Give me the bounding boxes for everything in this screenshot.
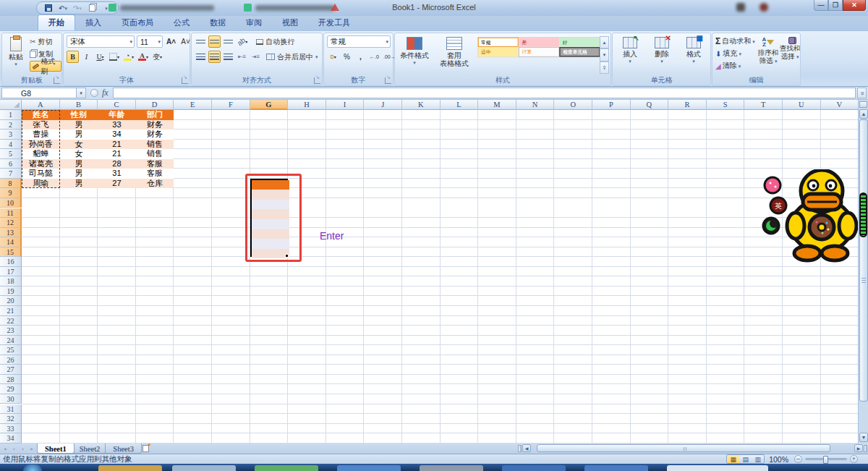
cell-style-option[interactable]: 检查单元格 [559,47,600,56]
align-top-button[interactable] [195,35,207,48]
gallery-scroll-down[interactable]: ▼ [600,48,609,61]
taskbar-item[interactable] [172,465,236,471]
formula-input[interactable] [113,88,856,98]
cell-style-option[interactable]: 适中 [478,47,519,56]
delete-cells-button[interactable]: ✕ 删除▾ [647,35,676,75]
grow-font-button[interactable]: A˄ [165,35,177,48]
accounting-format-button[interactable]: ¤▾ [327,51,339,63]
taskbar-item[interactable] [584,465,648,471]
paste-button[interactable]: 粘贴▾ [4,35,28,75]
column-header-G[interactable]: G [250,100,289,110]
scroll-up-button[interactable]: ▲ [859,109,868,119]
align-middle-button[interactable] [208,35,221,48]
align-bottom-button[interactable] [222,35,234,48]
row-header-23[interactable]: 23 [0,326,22,336]
font-name-combo[interactable]: 宋体▾ [67,35,135,48]
format-painter-button[interactable]: 格式刷 [30,61,61,72]
shrink-font-button[interactable]: A˅ [179,35,192,48]
horizontal-scroll-thumb[interactable] [537,444,830,452]
table-cell[interactable]: 财务 [136,120,174,130]
column-header-B[interactable]: B [60,100,98,110]
print-preview-button[interactable] [86,3,98,13]
ribbon-tab-数据[interactable]: 数据 [200,15,236,30]
ribbon-tab-开始[interactable]: 开始 [38,14,75,30]
name-box-dropdown[interactable]: ▾ [77,88,86,98]
alignment-dialog-launcher[interactable] [314,77,320,84]
zoom-slider-thumb[interactable] [823,456,828,464]
row-header-28[interactable]: 28 [0,375,22,385]
table-cell[interactable]: 客服 [136,159,174,169]
zoom-in-button[interactable]: + [850,455,858,463]
column-header-U[interactable]: U [783,100,821,110]
table-cell[interactable]: 部门 [136,110,174,120]
column-header-L[interactable]: L [441,100,479,110]
row-header-20[interactable]: 20 [0,296,22,306]
row-header-7[interactable]: 7 [0,169,22,179]
comma-button[interactable]: , [354,51,367,63]
column-header-K[interactable]: K [402,100,441,110]
fill-color-button[interactable]: ◔▾ [122,51,135,63]
restore-button[interactable]: ❐ [828,0,843,11]
ribbon-tab-审阅[interactable]: 审阅 [236,15,272,30]
row-header-19[interactable]: 19 [0,287,22,297]
ribbon-tab-页面布局[interactable]: 页面布局 [111,15,163,30]
font-dialog-launcher[interactable] [182,77,188,84]
ribbon-tab-公式[interactable]: 公式 [163,15,200,30]
row-header-31[interactable]: 31 [0,404,22,415]
increase-decimal-button[interactable]: ←.0 [368,51,380,63]
align-center-button[interactable] [208,51,221,63]
normal-view-button[interactable]: ▦ [727,455,739,463]
row-header-4[interactable]: 4 [0,140,22,150]
sheet-tab-Sheet1[interactable]: Sheet1 [37,444,75,454]
undo-button[interactable]: ↶▾ [57,3,69,13]
row-header-5[interactable]: 5 [0,149,22,159]
prev-sheet-button[interactable]: ‹ [10,445,18,453]
cell-style-option[interactable]: 常规 [478,38,519,47]
conditional-formatting-button[interactable]: 条件格式▾ [396,35,433,75]
insert-cells-button[interactable]: ↖ 插入▾ [616,35,644,75]
table-cell[interactable]: 仓库 [136,179,174,189]
font-size-combo[interactable]: 11▾ [137,35,163,48]
merge-center-button[interactable]: 合并后居中▾ [266,51,318,62]
page-layout-view-button[interactable]: ▤ [739,455,752,463]
tab-split-handle[interactable] [518,445,522,452]
bold-button[interactable]: B [67,51,79,63]
zoom-out-button[interactable]: – [794,455,802,463]
column-header-C[interactable]: C [98,100,136,110]
cut-button[interactable]: ✂剪切 [30,36,61,47]
horizontal-split-handle[interactable] [864,445,867,452]
table-cell[interactable]: 女 [60,149,98,159]
taskbar-item[interactable] [98,465,162,471]
table-cell[interactable]: 男 [60,120,98,130]
phonetic-guide-button[interactable]: 变▾ [151,51,163,63]
table-cell[interactable]: 31 [98,169,136,179]
redo-button[interactable]: ↷▾ [72,3,83,13]
column-header-R[interactable]: R [668,100,707,110]
italic-button[interactable]: I [80,51,93,63]
row-header-16[interactable]: 16 [0,257,22,267]
column-header-I[interactable]: I [326,100,365,110]
row-header-6[interactable]: 6 [0,159,22,169]
taskbar-item[interactable] [420,465,483,471]
clear-button[interactable]: ◢清除▾ [715,61,755,71]
find-select-button[interactable]: 查找和选择 ▾ [779,35,801,75]
formula-bar-button[interactable] [90,89,98,97]
table-cell[interactable]: 年龄 [98,110,136,120]
table-cell[interactable]: 性别 [60,110,98,120]
row-header-1[interactable]: 1 [0,110,22,120]
vertical-scroll-thumb[interactable] [859,119,868,402]
cell-style-option[interactable]: 计算 [519,47,559,56]
close-button[interactable]: ✕ [843,0,866,11]
sheet-cells[interactable]: 姓名性别年龄部门张飞男33财务曹操男34财务孙尚香女21销售貂蝉女21销售诸葛亮… [22,110,858,444]
table-cell[interactable]: 销售 [136,140,174,150]
ribbon-tab-开发工具[interactable]: 开发工具 [308,15,360,30]
table-cell[interactable]: 34 [98,130,136,140]
column-header-M[interactable]: M [478,100,516,110]
table-cell[interactable]: 男 [60,169,98,179]
table-cell[interactable]: 33 [98,120,136,130]
scroll-down-button[interactable]: ▼ [859,433,868,442]
column-header-P[interactable]: P [592,100,631,110]
table-cell[interactable]: 男 [60,130,98,140]
row-header-8[interactable]: 8 [0,179,22,189]
row-header-13[interactable]: 13 [0,228,22,238]
